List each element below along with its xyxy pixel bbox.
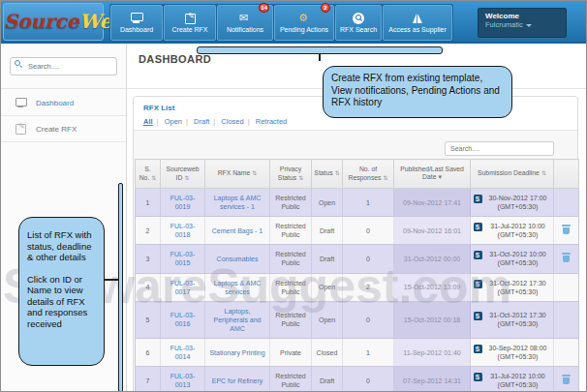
cell-published: 07-Sep-2012 14:31 xyxy=(394,367,471,392)
cell-sno: 7 xyxy=(136,367,161,392)
rfx-id-link[interactable]: FUL-03-0013 xyxy=(161,367,205,392)
cell-published: 15-Oct-2012 13:09 xyxy=(394,273,471,301)
rfx-id-link[interactable]: FUL-03-0015 xyxy=(161,245,205,273)
cell-sno: 5 xyxy=(136,301,161,338)
rfx-list-panel: RFX List All| Open| Draft| Closed| Retra… xyxy=(133,96,578,392)
cell-actions xyxy=(554,273,579,301)
filter-link[interactable]: Draft xyxy=(194,117,209,126)
left-callout-bubble: List of RFX with status, deadline & othe… xyxy=(18,217,105,366)
sort-icon xyxy=(436,173,442,180)
cell-actions xyxy=(554,367,579,392)
sort-icon xyxy=(333,169,340,176)
chevron-down-icon xyxy=(526,24,532,27)
rfx-id-link[interactable]: FUL-03-0014 xyxy=(161,339,205,367)
calendar-icon xyxy=(474,223,482,231)
rfx-id-link[interactable]: FUL-03-0016 xyxy=(161,301,205,338)
top-bracket-annotation xyxy=(197,46,443,54)
trash-icon[interactable] xyxy=(562,225,571,235)
sidebar-search-input[interactable] xyxy=(10,57,117,75)
rfx-name-link[interactable]: EPC for Refinery xyxy=(205,367,270,392)
page-title: DASHBOARD xyxy=(139,53,211,65)
cell-actions xyxy=(554,189,579,217)
column-header[interactable]: No. of Responses xyxy=(343,160,394,189)
rfx-id-link[interactable]: FUL-03-0019 xyxy=(161,189,205,217)
table-search xyxy=(445,137,554,156)
rfx-name-link[interactable]: Cement Bags - 1 xyxy=(205,217,270,245)
cell-responses: 1 xyxy=(343,189,394,217)
filter-link[interactable]: Closed xyxy=(221,117,243,126)
nav-button[interactable]: RFX Search xyxy=(335,5,382,41)
cell-deadline: 31-Oct-2012 17:30 (GMT+05:30) xyxy=(471,273,554,301)
nav-button[interactable]: Dashboard xyxy=(110,5,163,41)
table-row: 4 FUL-03-0017 Laptops & AMC services Res… xyxy=(136,273,579,301)
search-icon xyxy=(353,13,364,24)
nav-button[interactable]: 2 Pending Actions xyxy=(274,5,334,41)
cell-actions xyxy=(554,339,579,367)
column-header[interactable]: Status xyxy=(312,160,343,189)
sort-icon xyxy=(149,174,156,181)
edit-icon xyxy=(183,13,197,24)
cell-responses: 0 xyxy=(343,217,394,245)
column-header[interactable]: RFX Name xyxy=(205,160,270,189)
cell-sno: 6 xyxy=(136,339,161,367)
gear-icon xyxy=(297,13,311,24)
column-header[interactable]: Privacy Status xyxy=(270,160,312,189)
sort-icon xyxy=(182,174,189,181)
cell-privacy: Restricted Public xyxy=(270,189,312,217)
sidebar-item-create-rfx[interactable]: Create RFX xyxy=(1,116,126,142)
left-bracket-tick xyxy=(105,279,118,281)
rfx-name-link[interactable]: Laptops & AMC services - 1 xyxy=(205,189,270,217)
table-row: 2 FUL-03-0018 Cement Bags - 1 Restricted… xyxy=(136,217,579,245)
rfx-list-title: RFX List xyxy=(143,104,174,112)
nav-button[interactable]: 14 Notifications xyxy=(217,5,273,41)
nav-button[interactable]: Create RFX xyxy=(164,5,216,41)
nav-button[interactable]: Access as Supplier xyxy=(383,5,452,41)
sourceweb-logo[interactable]: SourceWeb xyxy=(3,3,104,41)
cell-status: Open xyxy=(312,301,343,338)
left-bracket-annotation xyxy=(118,183,123,392)
cell-responses: 0 xyxy=(343,245,394,273)
rfx-name-link[interactable]: Laptops & AMC services xyxy=(205,273,270,301)
column-header[interactable]: Sourceweb ID xyxy=(161,160,205,189)
sort-icon xyxy=(250,169,257,176)
cell-sno: 2 xyxy=(136,217,161,245)
sidebar-item-dashboard[interactable]: Dashboard xyxy=(1,90,126,116)
trash-icon[interactable] xyxy=(562,375,571,385)
column-header[interactable]: S. No. xyxy=(136,160,161,189)
cell-status: Draft xyxy=(312,245,343,273)
monitor-icon xyxy=(130,13,143,24)
column-header[interactable]: Submission Deadline xyxy=(471,160,554,189)
rfx-name-link[interactable]: Consumables xyxy=(205,245,270,273)
sort-icon xyxy=(296,174,303,181)
cell-status: Open xyxy=(312,273,343,301)
filter-link[interactable]: Retracted xyxy=(256,117,288,126)
cell-deadline: 31-Oct-2012 10:00 (GMT+05:30) xyxy=(471,245,554,273)
cell-published: 09-Nov-2012 16:01 xyxy=(394,217,471,245)
column-header[interactable]: Published/Last Saved Date xyxy=(394,160,471,189)
cell-responses: 0 xyxy=(343,367,394,392)
cell-actions xyxy=(554,245,579,273)
table-row: 5 FUL-03-0016 Laptops, Peripherals and A… xyxy=(136,301,579,338)
cell-status: Draft xyxy=(312,367,343,392)
sort-icon xyxy=(540,169,546,176)
sidebar-search xyxy=(10,55,117,75)
calendar-icon xyxy=(474,195,482,203)
filter-link[interactable]: Open xyxy=(165,117,182,126)
rfx-status-filters: All| Open| Draft| Closed| Retracted| xyxy=(143,117,287,126)
trash-icon[interactable] xyxy=(562,253,571,263)
cell-status: Closed xyxy=(312,339,343,367)
table-search-input[interactable] xyxy=(445,141,554,156)
rfx-name-link[interactable]: Stationary Printing xyxy=(205,339,270,367)
rfx-id-link[interactable]: FUL-03-0017 xyxy=(161,273,205,301)
table-row: 1 FUL-03-0019 Laptops & AMC services - 1… xyxy=(136,189,579,217)
logo-text-source: Source xyxy=(4,10,79,33)
monitor-icon xyxy=(15,97,27,108)
calendar-icon xyxy=(474,312,482,320)
cell-sno: 3 xyxy=(136,245,161,273)
rfx-id-link[interactable]: FUL-03-0018 xyxy=(161,217,205,245)
calendar-icon xyxy=(474,280,482,288)
rfx-name-link[interactable]: Laptops, Peripherals and AMC xyxy=(205,301,270,338)
filter-link[interactable]: All xyxy=(143,117,153,126)
cell-status: Draft xyxy=(312,217,343,245)
welcome-user-menu[interactable]: Welcome Fulcrumatic xyxy=(478,8,567,38)
